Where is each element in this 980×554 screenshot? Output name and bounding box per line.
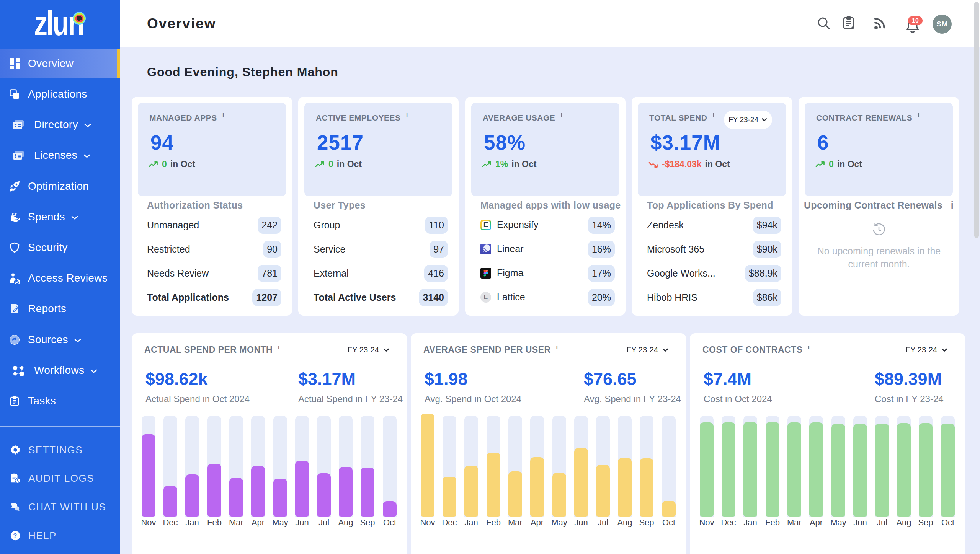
- svg-text:?: ?: [13, 533, 17, 539]
